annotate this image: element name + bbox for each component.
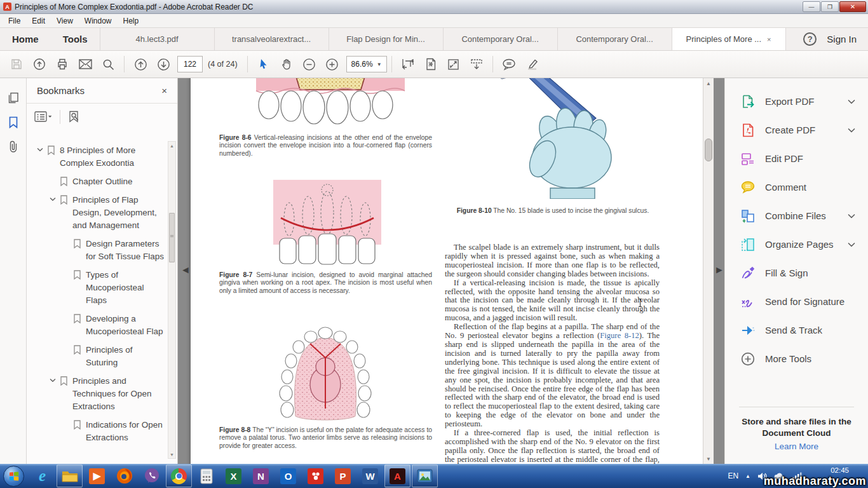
menu-help[interactable]: Help	[118, 14, 145, 27]
document-area[interactable]: 3 2 Figure 8-6 Vertical-releasing incisi…	[179, 78, 703, 464]
doc-tab-active[interactable]: Principles of More ... ×	[672, 28, 786, 50]
zoom-in-icon[interactable]	[321, 53, 344, 75]
bookmark-item[interactable]: Design Parameters for Soft Tissue Flaps	[27, 238, 166, 263]
taskbar-firefox-icon[interactable]	[111, 464, 137, 487]
bookmarks-scrollbar[interactable]: ▲ ▼	[168, 141, 176, 459]
taskbar-file-explorer-icon[interactable]	[57, 464, 83, 487]
doc-tab-2[interactable]: transalveolarextract...	[214, 28, 329, 50]
tab-tools[interactable]: Tools	[51, 28, 100, 50]
fit-page-icon[interactable]	[419, 53, 442, 75]
document-scrollbar[interactable]: ▲ ▼	[703, 78, 714, 464]
bookmark-item[interactable]: Principles and Techniques for Open Extra…	[27, 375, 166, 413]
menu-file[interactable]: File	[3, 14, 26, 27]
title-bar[interactable]: A Principles of More Complex Exodontia.p…	[0, 0, 868, 14]
scroll-up-icon[interactable]: ▲	[168, 142, 175, 149]
tool-combine-files[interactable]: Combine Files	[725, 201, 868, 230]
scrollbar-thumb[interactable]	[705, 139, 712, 161]
language-indicator[interactable]: EN	[728, 471, 738, 480]
chevron-down-icon[interactable]	[50, 194, 60, 201]
next-page-chevron[interactable]: ►	[714, 264, 724, 276]
bookmark-item[interactable]: Developing a Mucoperiosteal Flap	[27, 313, 166, 338]
doc-tab-4[interactable]: Contemporary Oral...	[443, 28, 557, 50]
tool-send-for-signature[interactable]: Send for Signature	[725, 287, 868, 316]
menu-window[interactable]: Window	[79, 14, 118, 27]
tool-comment[interactable]: Comment	[725, 173, 868, 201]
bookmark-item[interactable]: Principles of Suturing	[27, 344, 166, 369]
zoom-out-icon[interactable]	[298, 53, 321, 75]
chevron-down-icon[interactable]	[848, 128, 855, 133]
start-button[interactable]	[3, 466, 24, 487]
highlight-tool-icon[interactable]	[520, 53, 543, 75]
tool-more-tools[interactable]: More Tools	[725, 344, 868, 373]
tool-edit-pdf[interactable]: Edit PDF	[725, 144, 868, 173]
tab-home[interactable]: Home	[0, 28, 51, 50]
previous-page-chevron[interactable]: ◄	[180, 264, 191, 276]
scrolling-mode-icon[interactable]	[465, 53, 488, 75]
taskbar-onenote-icon[interactable]: N	[248, 464, 274, 487]
sign-in-button[interactable]: Sign In	[827, 34, 857, 44]
hand-tool-icon[interactable]	[275, 53, 298, 75]
taskbar-calculator-icon[interactable]	[193, 464, 219, 487]
zoom-level-dropdown[interactable]: 86.6% ▼	[346, 56, 387, 72]
bookmark-item[interactable]: Principles of Flap Design, Development, …	[27, 194, 166, 232]
scrollbar-thumb[interactable]	[169, 213, 175, 262]
previous-page-icon[interactable]	[129, 53, 152, 75]
bookmarks-panel-icon[interactable]	[0, 110, 27, 134]
scroll-up-icon[interactable]: ▲	[703, 78, 714, 88]
tool-create-pdf[interactable]: Create PDF	[725, 116, 868, 144]
menu-edit[interactable]: Edit	[26, 14, 51, 27]
taskbar-photo-viewer-icon[interactable]	[412, 464, 438, 487]
taskbar-red-media-app-icon[interactable]	[302, 464, 329, 487]
tab-close-icon[interactable]: ×	[767, 36, 771, 43]
chevron-down-icon[interactable]	[37, 144, 47, 152]
scroll-down-icon[interactable]: ▼	[168, 451, 175, 458]
chevron-down-icon[interactable]	[848, 242, 855, 247]
save-icon[interactable]	[5, 53, 28, 75]
share-upload-icon[interactable]	[28, 53, 51, 75]
print-icon[interactable]	[51, 53, 74, 75]
comment-tool-icon[interactable]	[498, 53, 520, 75]
scroll-down-icon[interactable]: ▼	[703, 454, 714, 464]
page-number-input[interactable]	[177, 56, 203, 72]
tool-fill-sign[interactable]: Fill & Sign	[725, 259, 868, 287]
actual-size-icon[interactable]	[442, 53, 465, 75]
bookmark-item[interactable]: Chapter Outline	[27, 175, 166, 188]
bookmark-options-icon[interactable]	[34, 111, 52, 123]
attachments-icon[interactable]	[0, 134, 27, 158]
doc-tab-1[interactable]: 4h.lect3.pdf	[100, 28, 214, 50]
locate-bookmark-icon[interactable]	[68, 111, 81, 124]
bookmark-item[interactable]: Indications for Open Extractions	[27, 419, 166, 444]
maximize-button[interactable]: ❐	[821, 1, 839, 12]
taskbar-viber-icon[interactable]	[139, 464, 165, 487]
menu-view[interactable]: View	[51, 14, 79, 27]
doc-tab-3[interactable]: Flap Design for Min...	[329, 28, 443, 50]
taskbar-word-icon[interactable]: W	[357, 464, 383, 487]
taskbar-internet-explorer-icon[interactable]: e	[29, 464, 55, 487]
doc-tab-5[interactable]: Contemporary Oral...	[557, 28, 672, 50]
hidden-icons-icon[interactable]: ▲	[745, 473, 750, 479]
tool-export-pdf[interactable]: Export PDF	[725, 87, 868, 116]
taskbar-powerpoint-icon[interactable]: P	[330, 464, 356, 487]
select-tool-icon[interactable]	[252, 53, 275, 75]
bookmark-item[interactable]: 8 Principles of More Complex Exodontia	[27, 144, 166, 170]
tool-organize-pages[interactable]: Organize Pages	[725, 230, 868, 259]
taskbar-media-player-icon[interactable]: ▶	[84, 464, 110, 487]
page-thumbnails-icon[interactable]	[0, 86, 27, 110]
chevron-down-icon[interactable]	[50, 375, 60, 383]
figure-8-12-link[interactable]: Figure 8-12	[600, 331, 639, 340]
learn-more-link[interactable]: Learn More	[725, 442, 868, 451]
email-icon[interactable]	[74, 53, 97, 75]
tool-send-track[interactable]: Send & Track	[725, 316, 868, 344]
taskbar-chrome-icon[interactable]	[166, 464, 192, 487]
taskbar-acrobat-icon[interactable]: A	[384, 464, 410, 487]
help-icon[interactable]: ?	[803, 32, 817, 46]
chevron-down-icon[interactable]	[848, 214, 855, 219]
bookmark-item[interactable]: Types of Mucoperiosteal Flaps	[27, 269, 166, 307]
taskbar-excel-icon[interactable]: X	[220, 464, 247, 487]
close-icon[interactable]: ×	[161, 85, 167, 96]
minimize-button[interactable]: —	[803, 1, 820, 12]
close-button[interactable]: ✕	[839, 1, 866, 12]
search-icon[interactable]	[97, 53, 119, 75]
chevron-down-icon[interactable]	[848, 99, 855, 104]
next-page-icon[interactable]	[152, 53, 175, 75]
